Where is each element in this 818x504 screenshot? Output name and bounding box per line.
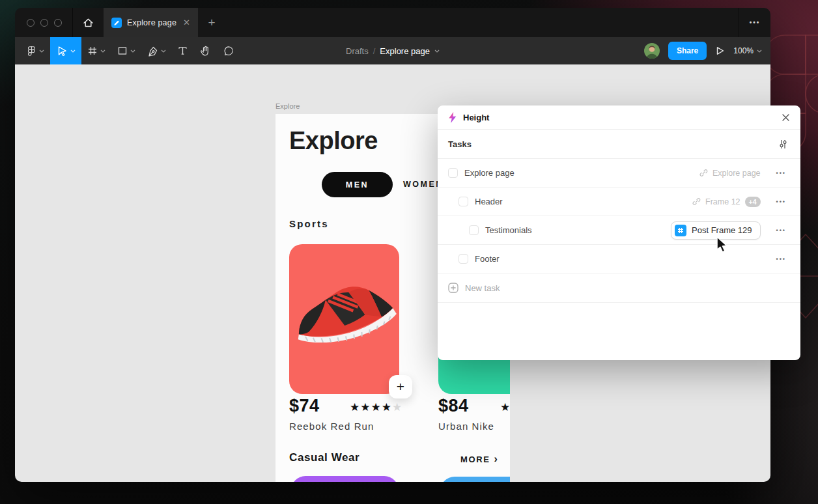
task-menu-button[interactable]: •••	[776, 199, 786, 205]
frame-name-label[interactable]: Explore	[275, 102, 300, 110]
pen-tool-button[interactable]	[141, 37, 172, 64]
chevron-down-icon	[161, 49, 166, 53]
task-label: Footer	[475, 254, 500, 264]
design-heading: Explore	[289, 127, 378, 155]
chevron-down-icon	[70, 49, 76, 53]
minimize-window-button[interactable]	[40, 19, 48, 27]
task-row-footer[interactable]: Footer •••	[438, 245, 800, 273]
sliders-filter-icon	[779, 139, 787, 149]
tab-title: Explore page	[127, 18, 176, 27]
task-checkbox[interactable]	[458, 197, 468, 206]
filter-button[interactable]	[779, 139, 787, 149]
product-card-blue	[440, 477, 510, 482]
comment-tool-button[interactable]	[217, 37, 240, 64]
post-frame-button-label: Post Frame 129	[692, 225, 752, 235]
breadcrumb-project[interactable]: Drafts	[346, 46, 369, 56]
main-menu-button[interactable]	[21, 37, 50, 64]
window-controls	[15, 8, 72, 37]
zoom-menu[interactable]: 100%	[733, 46, 762, 55]
tab-bar: Explore page ✕ + •••	[15, 8, 770, 37]
chevron-right-icon: ›	[494, 453, 497, 465]
product-card-red	[289, 244, 399, 394]
close-icon	[782, 113, 790, 122]
linked-frames-count-badge: +4	[745, 197, 761, 207]
text-tool-button[interactable]	[172, 37, 193, 64]
home-icon	[83, 18, 94, 28]
product-price: $74	[289, 396, 320, 416]
product-card-purple	[291, 476, 399, 482]
sneaker-image	[290, 274, 397, 346]
frame-tool-button[interactable]	[81, 37, 111, 64]
link-icon	[692, 197, 701, 206]
present-play-icon[interactable]	[715, 46, 725, 56]
task-row-explore-page[interactable]: Explore page Explore page •••	[438, 159, 800, 188]
task-checkbox[interactable]	[469, 225, 479, 235]
toolbar: Drafts / Explore page Share 100%	[15, 37, 770, 64]
task-row-testimonials[interactable]: Testimonials Post Frame 129 •••	[438, 216, 800, 245]
add-task-icon	[448, 283, 458, 293]
pen-tool-icon	[147, 46, 158, 57]
hand-tool-icon	[199, 45, 211, 57]
frame-icon	[675, 225, 686, 236]
text-tool-icon	[178, 46, 188, 56]
design-section-casual-wear: Casual Wear	[289, 451, 360, 464]
close-tab-icon[interactable]: ✕	[183, 18, 190, 27]
design-tab-men: MEN	[322, 172, 393, 197]
avatar-image	[644, 43, 660, 59]
move-cursor-icon	[56, 45, 68, 57]
linked-frame-name: Frame 12	[705, 197, 740, 206]
hand-tool-button[interactable]	[193, 37, 217, 64]
task-label: Header	[475, 197, 503, 206]
tasks-section-title: Tasks	[448, 139, 472, 149]
design-more-link: MORE ›	[460, 453, 498, 465]
plugin-header: Height	[438, 105, 800, 130]
new-tab-button[interactable]: +	[198, 8, 225, 37]
chevron-down-icon	[130, 49, 135, 53]
product-name: Reebok Red Run	[289, 421, 374, 432]
user-avatar[interactable]	[644, 43, 660, 59]
linked-frame[interactable]: Explore page	[699, 169, 761, 178]
task-label: Explore page	[464, 168, 515, 178]
product-rating: ★	[500, 400, 510, 414]
chevron-down-icon	[39, 49, 44, 53]
task-row-header[interactable]: Header Frame 12 +4 •••	[438, 188, 800, 216]
figma-menu-icon	[27, 46, 36, 57]
home-button[interactable]	[73, 8, 103, 37]
close-plugin-button[interactable]	[780, 112, 791, 123]
design-section-sports: Sports	[289, 218, 329, 229]
comment-bubble-icon	[223, 45, 234, 57]
link-icon	[699, 169, 708, 177]
chevron-down-icon	[434, 49, 440, 53]
task-menu-button[interactable]: •••	[776, 227, 786, 234]
add-to-cart-button: +	[389, 375, 412, 399]
new-task-row[interactable]: New task	[438, 273, 800, 303]
height-plugin-window: Height Tasks Explore page	[438, 105, 800, 360]
task-checkbox[interactable]	[458, 254, 468, 264]
plugin-title: Height	[463, 113, 489, 122]
height-logo-icon	[448, 112, 457, 123]
rectangle-tool-icon	[117, 46, 128, 56]
linked-frame-name: Explore page	[712, 169, 761, 178]
zoom-window-button[interactable]	[54, 19, 62, 27]
product-name: Urban Nike	[438, 421, 494, 432]
breadcrumb-file-name[interactable]: Explore page	[380, 46, 430, 56]
zoom-level: 100%	[733, 46, 754, 55]
frame-tool-icon	[87, 46, 98, 56]
tasks-section-header: Tasks	[438, 130, 800, 159]
shape-tool-button[interactable]	[111, 37, 141, 64]
share-button[interactable]: Share	[668, 42, 707, 60]
tab-explore-page[interactable]: Explore page ✕	[104, 8, 198, 37]
mouse-cursor	[714, 236, 731, 254]
breadcrumb: Drafts / Explore page	[346, 37, 440, 64]
product-price: $84	[438, 396, 469, 416]
close-window-button[interactable]	[27, 19, 35, 27]
window-overflow-menu-button[interactable]: •••	[739, 8, 770, 37]
task-menu-button[interactable]: •••	[776, 170, 786, 176]
chevron-down-icon	[757, 49, 762, 53]
linked-frame[interactable]: Frame 12 +4	[692, 197, 760, 207]
product-rating: ★★★★★	[350, 400, 402, 414]
task-label: Testimonials	[485, 225, 532, 235]
move-tool-button[interactable]	[50, 37, 81, 64]
task-menu-button[interactable]: •••	[776, 256, 786, 262]
task-checkbox[interactable]	[448, 168, 458, 178]
